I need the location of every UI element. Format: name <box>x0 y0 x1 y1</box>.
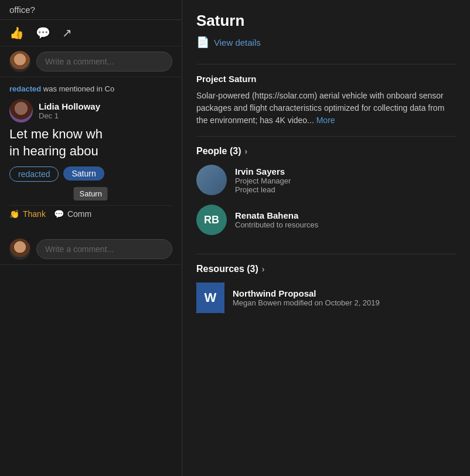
resources-heading[interactable]: Resources (3) › <box>196 264 456 274</box>
clap-icon: 👏 <box>9 209 19 219</box>
comment-input-2[interactable]: Write a comment... <box>36 239 172 259</box>
saturn-tooltip: Saturn <box>74 187 108 200</box>
word-doc-icon: W <box>196 283 224 313</box>
tag-saturn-wrapper: Saturn Saturn <box>63 166 104 182</box>
document-icon: 📄 <box>196 36 209 49</box>
mentioned-text: redacted was mentioned in Co <box>9 84 172 93</box>
irvin-role2: Project lead <box>235 185 291 194</box>
project-desc: Solar-powered (https://solar.com) aerial… <box>196 90 456 127</box>
person-item-renata: RB Renata Bahena Contributed to resource… <box>196 205 456 235</box>
panel-header: Saturn 📄 View details <box>182 0 470 64</box>
tag-redacted[interactable]: redacted <box>9 166 59 182</box>
post-meta: Lidia Holloway Dec 1 <box>39 101 100 120</box>
thank-button[interactable]: 👏 Thank <box>9 209 46 219</box>
resources-section: Resources (3) › W Northwind Proposal Meg… <box>182 254 470 328</box>
people-section: People (3) › Irvin Sayers Project Manage… <box>182 137 470 254</box>
chat-icon: 💬 <box>54 209 64 219</box>
person-item-irvin: Irvin Sayers Project Manager Project lea… <box>196 165 456 195</box>
right-panel: Saturn 📄 View details Project Saturn Sol… <box>182 0 470 476</box>
avatar-1 <box>9 51 30 72</box>
chevron-right-icon: › <box>244 147 247 156</box>
comment-row-1: Write a comment... <box>0 46 182 77</box>
post-header: Lidia Holloway Dec 1 <box>9 99 172 123</box>
share-icon[interactable]: ↗ <box>62 26 72 40</box>
more-link[interactable]: More <box>316 115 335 125</box>
like-icon[interactable]: 👍 <box>9 26 24 40</box>
post-content: Let me know wh in hearing abou <box>9 126 172 159</box>
resource-meta: Megan Bowen modified on October 2, 2019 <box>233 298 380 307</box>
project-name: Project Saturn <box>196 74 456 84</box>
panel-title: Saturn <box>196 12 456 30</box>
people-heading[interactable]: People (3) › <box>196 146 456 157</box>
comment-icon[interactable]: 💬 <box>36 26 50 40</box>
office-text: office? <box>0 0 182 20</box>
resource-name: Northwind Proposal <box>233 288 380 298</box>
tag-saturn[interactable]: Saturn <box>63 166 104 181</box>
resource-item-northwind: W Northwind Proposal Megan Bowen modifie… <box>196 283 456 313</box>
northwind-info: Northwind Proposal Megan Bowen modified … <box>233 288 380 307</box>
left-panel: office? 👍 💬 ↗ Write a comment... redacte… <box>0 0 182 476</box>
chevron-right-icon-2: › <box>262 264 265 274</box>
irvin-role1: Project Manager <box>235 176 291 185</box>
view-details-button[interactable]: 📄 View details <box>196 36 456 49</box>
irvin-info: Irvin Sayers Project Manager Project lea… <box>235 166 291 194</box>
renata-avatar: RB <box>196 205 227 235</box>
mentioned-section: redacted was mentioned in Co Lidia Hollo… <box>0 77 182 229</box>
comment-button[interactable]: 💬 Comm <box>54 209 91 219</box>
tags-row: redacted Saturn Saturn <box>9 166 172 182</box>
post-author: Lidia Holloway <box>39 101 100 111</box>
reaction-bar: 👍 💬 ↗ <box>0 20 182 46</box>
reactions-row: 👏 Thank 💬 Comm <box>9 205 172 222</box>
project-section: Project Saturn Solar-powered (https://so… <box>182 64 470 136</box>
comment-row-2: Write a comment... <box>0 234 182 265</box>
renata-name: Renata Bahena <box>235 210 318 220</box>
irvin-name: Irvin Sayers <box>235 166 291 176</box>
comment-input-1[interactable]: Write a comment... <box>36 52 172 72</box>
irvin-avatar <box>196 165 227 195</box>
avatar-2 <box>9 239 30 260</box>
renata-role: Contributed to resources <box>235 220 318 229</box>
post-date: Dec 1 <box>39 111 100 120</box>
renata-info: Renata Bahena Contributed to resources <box>235 210 318 229</box>
lidia-avatar <box>9 99 33 123</box>
